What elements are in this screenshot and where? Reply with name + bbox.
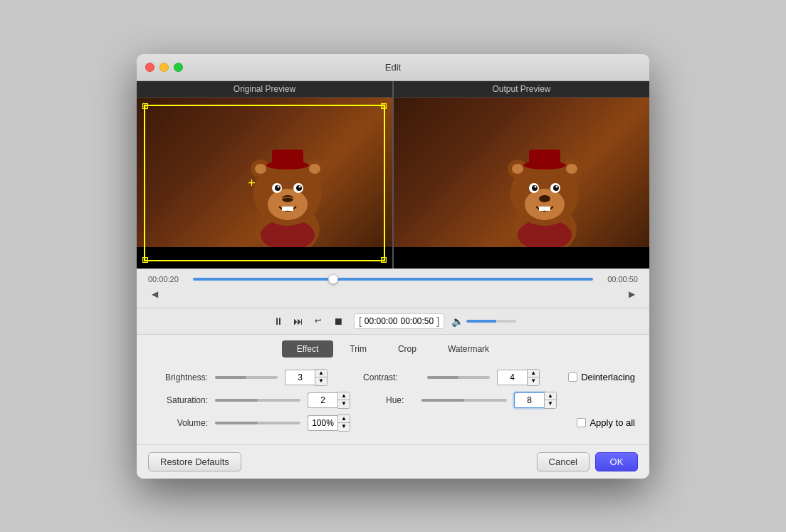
window-title: Edit xyxy=(385,62,401,73)
brightness-input[interactable] xyxy=(285,370,315,385)
volume-icon: 🔈 xyxy=(451,315,463,327)
timeline-thumb[interactable] xyxy=(328,274,338,284)
saturation-increment[interactable]: ▲ xyxy=(338,392,350,400)
nav-right-button[interactable]: ▶ xyxy=(625,288,638,301)
saturation-input-wrap: ▲ ▼ xyxy=(308,392,350,409)
svg-point-13 xyxy=(298,185,300,187)
output-preview-content xyxy=(394,98,649,268)
apply-all-wrap: Apply to all xyxy=(577,417,635,428)
saturation-decrement[interactable]: ▼ xyxy=(338,400,350,408)
close-button[interactable] xyxy=(145,63,154,72)
volume-area: 🔈 xyxy=(451,315,516,327)
svg-point-6 xyxy=(309,164,320,174)
svg-point-26 xyxy=(525,189,565,220)
loop-button[interactable]: ↩ xyxy=(310,313,327,330)
svg-point-24 xyxy=(512,164,523,174)
contrast-decrement[interactable]: ▼ xyxy=(528,377,539,385)
brightness-stepper: ▲ ▼ xyxy=(315,369,328,386)
current-time-display: 00:00:00 xyxy=(365,316,398,326)
playback-controls: ⏸ ⏭ ↩ ⏹ xyxy=(270,313,347,330)
original-preview-content: + xyxy=(137,98,392,268)
params-area: Brightness: ▲ ▼ Contrast: ▲ ▼ xyxy=(137,362,649,444)
svg-point-5 xyxy=(255,164,266,174)
tab-effect[interactable]: Effect xyxy=(282,340,333,358)
brightness-input-wrap: ▲ ▼ xyxy=(285,369,328,386)
minimize-button[interactable] xyxy=(159,63,169,72)
svg-rect-16 xyxy=(288,207,293,211)
deinterlacing-label: Deinterlacing xyxy=(581,372,635,382)
saturation-input[interactable] xyxy=(308,392,337,408)
contrast-input[interactable] xyxy=(497,370,527,385)
bear-illustration-output xyxy=(488,130,602,251)
brightness-row: Brightness: ▲ ▼ Contrast: ▲ ▼ xyxy=(151,369,635,386)
restore-defaults-button[interactable]: Restore Defaults xyxy=(148,452,241,471)
preview-area: Original Preview xyxy=(137,81,649,268)
deinterlacing-wrap: Deinterlacing xyxy=(568,372,635,382)
apply-all-label: Apply to all xyxy=(590,417,635,428)
original-preview-pane: Original Preview xyxy=(137,81,392,268)
volume-slider[interactable] xyxy=(466,320,516,323)
hue-decrement[interactable]: ▼ xyxy=(545,400,556,408)
hue-input-wrap: ▲ ▼ xyxy=(514,392,557,409)
step-forward-button[interactable]: ⏭ xyxy=(290,313,307,330)
output-scene xyxy=(394,98,649,268)
saturation-stepper: ▲ ▼ xyxy=(337,392,350,409)
bottom-area: Restore Defaults Cancel OK xyxy=(137,444,649,479)
svg-point-14 xyxy=(282,195,293,202)
brightness-decrement[interactable]: ▼ xyxy=(315,377,327,385)
crosshair-icon: + xyxy=(248,175,256,190)
output-preview-pane: Output Preview xyxy=(394,81,649,268)
svg-rect-18 xyxy=(272,150,303,167)
timeline-area: 00:00:20 00:00:50 ◀ ▶ xyxy=(137,268,649,308)
black-bar-bottom-right xyxy=(394,247,649,268)
nav-left-button[interactable]: ◀ xyxy=(148,288,161,301)
right-buttons: Cancel OK xyxy=(537,452,638,471)
original-preview-label: Original Preview xyxy=(137,81,392,98)
brightness-label: Brightness: xyxy=(151,372,208,382)
brightness-increment[interactable]: ▲ xyxy=(315,370,327,377)
contrast-slider[interactable] xyxy=(427,376,490,379)
volume-param-slider[interactable] xyxy=(215,422,300,424)
saturation-label: Saturation: xyxy=(151,395,208,405)
svg-point-33 xyxy=(539,195,550,202)
tab-watermark[interactable]: Watermark xyxy=(433,340,504,358)
time-segment: [ 00:00:00 00:00:50 ] xyxy=(354,313,444,329)
volume-stepper: ▲ ▼ xyxy=(337,414,350,432)
pause-button[interactable]: ⏸ xyxy=(270,313,287,330)
hue-slider[interactable] xyxy=(421,399,507,402)
svg-point-32 xyxy=(555,185,557,187)
titlebar: Edit xyxy=(137,54,649,81)
timeline-nav: ◀ ▶ xyxy=(148,286,638,302)
svg-rect-15 xyxy=(282,207,288,211)
timeline-slider[interactable] xyxy=(193,278,593,281)
tabs-area: Effect Trim Crop Watermark xyxy=(137,334,649,362)
svg-rect-34 xyxy=(539,207,545,211)
brightness-slider[interactable] xyxy=(215,376,278,379)
cancel-button[interactable]: Cancel xyxy=(537,452,590,471)
volume-row: Volume: ▲ ▼ Apply to all xyxy=(151,414,635,432)
hue-input[interactable] xyxy=(514,392,544,408)
volume-input[interactable] xyxy=(308,415,337,431)
tab-crop[interactable]: Crop xyxy=(383,340,431,358)
contrast-increment[interactable]: ▲ xyxy=(528,370,539,377)
volume-increment[interactable]: ▲ xyxy=(338,415,350,423)
window-controls xyxy=(145,63,183,72)
ok-button[interactable]: OK xyxy=(595,452,638,471)
contrast-input-wrap: ▲ ▼ xyxy=(497,369,540,386)
apply-all-checkbox[interactable] xyxy=(577,418,586,427)
bracket-end-icon: ] xyxy=(436,315,439,327)
svg-point-7 xyxy=(268,189,308,220)
tab-trim[interactable]: Trim xyxy=(335,340,382,358)
hue-stepper: ▲ ▼ xyxy=(544,392,557,409)
original-scene xyxy=(137,98,392,268)
svg-point-31 xyxy=(534,185,536,187)
stop-button[interactable]: ⏹ xyxy=(330,313,347,330)
deinterlacing-checkbox[interactable] xyxy=(568,372,577,382)
volume-input-wrap: ▲ ▼ xyxy=(308,414,350,432)
volume-decrement[interactable]: ▼ xyxy=(338,423,350,431)
volume-label: Volume: xyxy=(151,418,208,428)
hue-increment[interactable]: ▲ xyxy=(545,392,556,400)
saturation-slider[interactable] xyxy=(215,399,300,402)
maximize-button[interactable] xyxy=(174,63,183,72)
timeline-row: 00:00:20 00:00:50 xyxy=(148,275,638,283)
